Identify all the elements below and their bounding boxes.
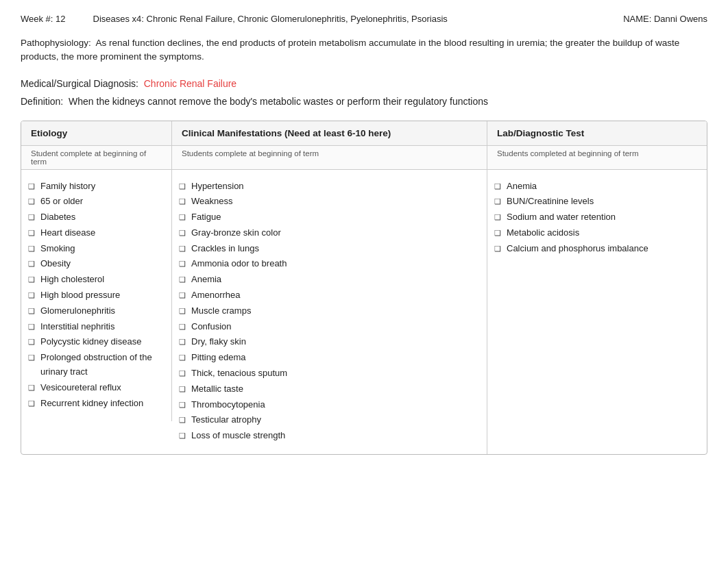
- list-item: Calcium and phosphorus imbalance: [494, 242, 697, 256]
- definition-label: Definition:: [21, 96, 63, 107]
- list-item: Hypertension: [179, 179, 477, 194]
- list-item: Dry, flaky skin: [179, 335, 477, 349]
- week-label: Week #: 12: [21, 14, 66, 24]
- main-table: Etiology Clinical Manifestations (Need a…: [21, 121, 707, 455]
- col-subheader-clinical: Students complete at beginning of term: [172, 146, 487, 169]
- list-item: Weakness: [179, 195, 477, 209]
- list-item: Confusion: [179, 320, 477, 334]
- list-item: High blood pressure: [28, 288, 162, 303]
- list-item: High cholesterol: [28, 273, 162, 287]
- table-body-row: Family history65 or olderDiabetesHeart d…: [21, 170, 707, 455]
- list-item: Amenorrhea: [179, 288, 477, 303]
- list-item: 65 or older: [28, 195, 162, 209]
- diagnosis-value: Chronic Renal Failure: [144, 78, 236, 89]
- list-item: Sodium and water retention: [494, 210, 697, 225]
- pathophysiology-label: Pathophysiology:: [21, 38, 91, 48]
- definition-row: Definition: When the kidneys cannot remo…: [21, 96, 707, 107]
- list-item: Pitting edema: [179, 351, 477, 365]
- list-item: Heart disease: [28, 226, 162, 240]
- definition-text: When the kidneys cannot remove the body'…: [69, 96, 488, 107]
- lab-list: AnemiaBUN/Creatinine levelsSodium and wa…: [494, 179, 697, 256]
- col-subheader-lab: Students completed at beginning of term: [487, 146, 707, 169]
- list-item: Gray-bronze skin color: [179, 226, 477, 240]
- diagnosis-row: Medical/Surgical Diagnosis: Chronic Rena…: [21, 78, 707, 89]
- list-item: Ammonia odor to breath: [179, 257, 477, 271]
- list-item: Obesity: [28, 257, 162, 271]
- etiology-list-container: Family history65 or olderDiabetesHeart d…: [21, 170, 172, 422]
- header-row: Week #: 12 Diseases x4: Chronic Renal Fa…: [21, 14, 707, 24]
- list-item: Polycystic kidney disease: [28, 335, 162, 349]
- table-subheader-row: Student complete at beginning of term St…: [21, 146, 707, 170]
- list-item: Crackles in lungs: [179, 242, 477, 256]
- list-item: Testicular atrophy: [179, 413, 477, 427]
- list-item: Diabetes: [28, 210, 162, 225]
- col-header-lab: Lab/Diagnostic Test: [487, 121, 707, 145]
- diseases-label: Diseases x4: Chronic Renal Failure, Chro…: [93, 14, 596, 24]
- pathophysiology-text: As renal function declines, the end prod…: [21, 38, 679, 62]
- etiology-list: Family history65 or olderDiabetesHeart d…: [28, 179, 162, 411]
- list-item: Muscle cramps: [179, 304, 477, 318]
- list-item: Recurrent kidney infection: [28, 397, 162, 411]
- list-item: Fatigue: [179, 210, 477, 225]
- list-item: BUN/Creatinine levels: [494, 195, 697, 209]
- name-label: NAME: Danni Owens: [623, 14, 707, 24]
- col-subheader-etiology: Student complete at beginning of term: [21, 146, 172, 169]
- clinical-list: HypertensionWeaknessFatigueGray-bronze s…: [179, 179, 477, 444]
- list-item: Anemia: [494, 179, 697, 194]
- list-item: Smoking: [28, 242, 162, 256]
- col-header-etiology: Etiology: [21, 121, 172, 145]
- clinical-list-container: HypertensionWeaknessFatigueGray-bronze s…: [172, 170, 487, 455]
- list-item: Glomerulonephritis: [28, 304, 162, 318]
- list-item: Prolonged obstruction of the urinary tra…: [28, 351, 162, 379]
- list-item: Thick, tenacious sputum: [179, 366, 477, 381]
- list-item: Interstitial nephritis: [28, 320, 162, 334]
- pathophysiology-section: Pathophysiology: As renal function decli…: [21, 36, 707, 64]
- list-item: Vesicoureteral reflux: [28, 381, 162, 395]
- list-item: Loss of muscle strength: [179, 429, 477, 443]
- list-item: Metallic taste: [179, 382, 477, 397]
- list-item: Metabolic acidosis: [494, 226, 697, 240]
- list-item: Thrombocytopenia: [179, 398, 477, 412]
- table-header-row: Etiology Clinical Manifestations (Need a…: [21, 121, 707, 146]
- diagnosis-label: Medical/Surgical Diagnosis:: [21, 78, 138, 89]
- list-item: Family history: [28, 179, 162, 194]
- lab-list-container: AnemiaBUN/Creatinine levelsSodium and wa…: [487, 170, 707, 267]
- col-header-clinical: Clinical Manifestations (Need at least 6…: [172, 121, 487, 145]
- list-item: Anemia: [179, 273, 477, 287]
